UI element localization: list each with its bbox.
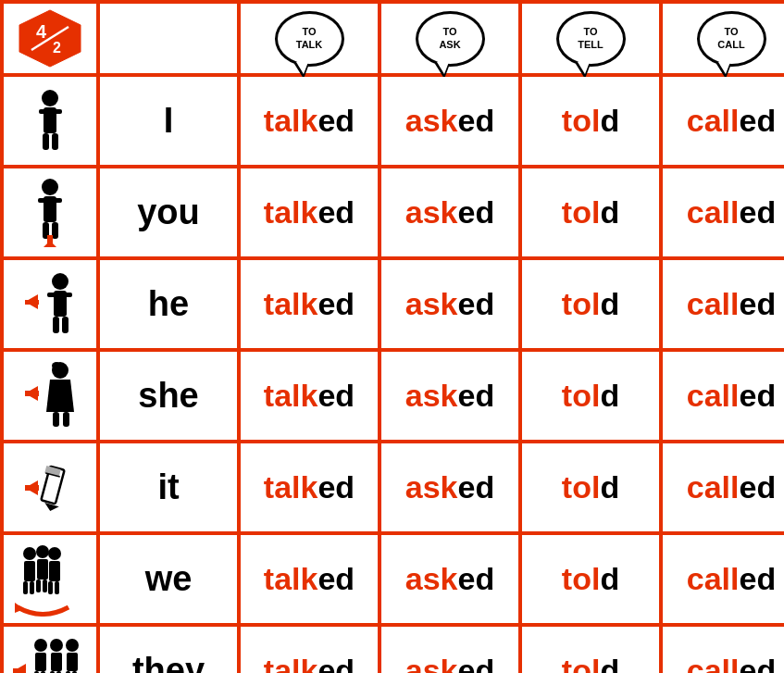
subject-you: you xyxy=(100,168,237,256)
subject-it: it xyxy=(100,443,237,531)
person-she-icon xyxy=(25,361,76,430)
svg-text:2: 2 xyxy=(53,40,61,56)
verb-she-talk: talked xyxy=(241,352,378,440)
verb-you-tell-text: told xyxy=(562,194,619,231)
svg-rect-48 xyxy=(37,559,48,580)
verb-she-talk-text: talked xyxy=(264,378,355,414)
verb-i-tell: told xyxy=(522,77,659,165)
verb-it-ask-text: asked xyxy=(405,469,494,505)
svg-point-39 xyxy=(23,547,36,560)
verb-it-ask: asked xyxy=(381,443,518,531)
header-to-tell: TOTELL xyxy=(522,4,659,73)
verb-it-call-text: called xyxy=(687,469,776,505)
svg-point-47 xyxy=(36,545,49,558)
verb-i-ask-text: asked xyxy=(405,103,494,139)
verb-it-talk: talked xyxy=(241,443,378,531)
verb-he-tell-text: told xyxy=(562,286,619,322)
subject-she: she xyxy=(100,352,237,440)
svg-rect-42 xyxy=(30,581,34,594)
svg-rect-53 xyxy=(13,668,26,673)
svg-rect-41 xyxy=(23,581,28,594)
svg-point-4 xyxy=(42,90,58,106)
group-we-icon xyxy=(13,542,87,617)
verb-he-ask: asked xyxy=(381,260,518,348)
svg-rect-31 xyxy=(53,412,59,427)
svg-rect-25 xyxy=(62,317,68,333)
svg-rect-8 xyxy=(43,133,49,150)
svg-rect-55 xyxy=(35,653,46,671)
svg-rect-34 xyxy=(25,485,39,491)
svg-rect-59 xyxy=(51,653,62,671)
pencil-it-icon xyxy=(25,460,76,516)
verb-i-call: called xyxy=(663,77,784,165)
verb-he-call-text: called xyxy=(687,286,776,322)
svg-rect-6 xyxy=(39,109,48,114)
talk-bubble: TOTALK xyxy=(275,11,344,67)
svg-text:4: 4 xyxy=(36,21,47,42)
svg-rect-9 xyxy=(52,133,58,150)
verb-you-talk: talked xyxy=(241,168,378,256)
svg-rect-17 xyxy=(47,235,53,247)
verb-they-tell: told xyxy=(522,627,659,673)
logo-cell: 4 2 xyxy=(4,4,96,73)
verb-they-ask-text: asked xyxy=(405,653,494,673)
icon-you xyxy=(4,168,96,256)
verb-we-talk-text: talked xyxy=(264,561,355,597)
verb-it-tell-text: told xyxy=(562,469,619,505)
icon-we xyxy=(4,535,96,623)
verb-he-talk-text: talked xyxy=(264,286,355,322)
icon-he xyxy=(4,260,96,348)
verb-she-tell-text: told xyxy=(562,378,619,414)
icon-i xyxy=(4,77,96,165)
verb-i-ask: asked xyxy=(381,77,518,165)
subject-i-text: I xyxy=(164,101,174,141)
subject-they-text: they xyxy=(132,651,205,673)
svg-rect-12 xyxy=(38,198,47,203)
call-bubble-text: TOCALL xyxy=(717,26,744,50)
subject-i: I xyxy=(100,77,237,165)
verb-you-tell: told xyxy=(522,168,659,256)
verb-we-ask-text: asked xyxy=(405,561,494,597)
verb-they-talk: talked xyxy=(241,627,378,673)
header-to-talk: TOTALK xyxy=(241,4,378,73)
svg-rect-44 xyxy=(49,561,60,581)
verb-we-call-text: called xyxy=(687,561,776,597)
subject-it-text: it xyxy=(157,467,179,507)
verb-he-ask-text: asked xyxy=(405,286,494,322)
verb-i-talk: talked xyxy=(241,77,378,165)
verb-we-call: called xyxy=(663,535,784,623)
subject-you-text: you xyxy=(137,193,200,232)
verb-they-talk-text: talked xyxy=(264,653,355,673)
svg-rect-49 xyxy=(36,580,41,592)
svg-rect-13 xyxy=(53,198,62,203)
ask-bubble-text: TOASK xyxy=(439,26,460,50)
verb-you-talk-text: talked xyxy=(264,194,355,231)
svg-rect-24 xyxy=(53,317,59,333)
talk-bubble-text: TOTALK xyxy=(296,26,323,50)
person-single-icon xyxy=(30,89,71,154)
verb-it-talk-text: talked xyxy=(264,469,355,505)
main-grid: 4 2 TOTALK TOASK TOTELL TOCALL xyxy=(0,0,784,673)
svg-marker-30 xyxy=(46,380,74,412)
person-he-icon xyxy=(25,272,76,337)
svg-rect-15 xyxy=(52,222,58,239)
verb-you-ask: asked xyxy=(381,168,518,256)
icon-they xyxy=(4,627,96,673)
verb-she-tell: told xyxy=(522,352,659,440)
subject-we-text: we xyxy=(145,559,193,599)
svg-rect-50 xyxy=(43,580,47,592)
svg-rect-32 xyxy=(63,412,69,427)
subject-he: he xyxy=(100,260,237,348)
group-they-icon xyxy=(13,636,87,673)
verb-you-call-text: called xyxy=(687,194,776,231)
svg-point-10 xyxy=(42,179,58,195)
header-to-call: TOCALL xyxy=(663,4,784,73)
tell-bubble: TOTELL xyxy=(556,11,626,67)
svg-rect-40 xyxy=(24,561,35,581)
svg-marker-36 xyxy=(43,503,58,513)
svg-point-43 xyxy=(48,547,61,560)
verb-you-ask-text: asked xyxy=(405,194,494,231)
verb-i-call-text: called xyxy=(687,103,776,139)
verb-i-tell-text: told xyxy=(562,103,619,139)
svg-rect-46 xyxy=(55,581,59,594)
